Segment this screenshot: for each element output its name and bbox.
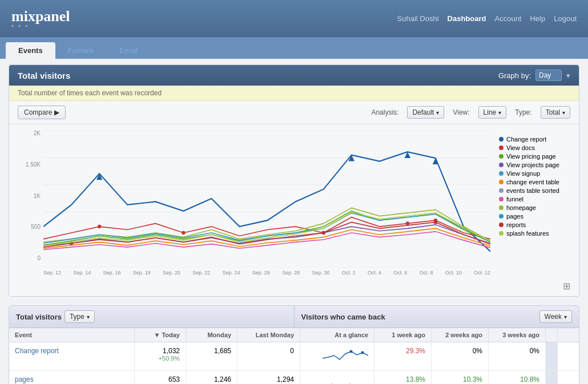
today-change-report: 1,032 +50.9% — [135, 342, 186, 370]
tab-funnels[interactable]: Funnels — [55, 42, 107, 59]
compare-button[interactable]: Compare ▶ — [18, 106, 66, 119]
svg-marker-9 — [433, 158, 438, 164]
last-monday-pages: 1,294 +25.8% — [237, 371, 300, 384]
monday-change-report: 1,685 — [186, 342, 237, 370]
type-select-button[interactable]: Type — [65, 310, 95, 323]
table-row: pages 653 +26.3% 1,246 −3.7% 1,294 +25.8… — [9, 371, 579, 384]
x-label-oct2: Oct. 2 — [342, 270, 356, 276]
week3-change-report: 0% — [489, 342, 546, 370]
col-header-3-weeks-ago: 3 weeks ago — [489, 328, 546, 342]
legend-view-projects: View projects page — [499, 161, 570, 168]
legend-dot-reports — [499, 223, 504, 227]
chart-info-text: Total number of times each event was rec… — [9, 86, 579, 101]
col-header-today[interactable]: ▼ Today — [135, 328, 186, 342]
x-label-oct6: Oct. 6 — [393, 270, 407, 276]
tab-email[interactable]: Email — [107, 42, 151, 59]
tabs-bar: Events Funnels Email — [0, 37, 588, 59]
x-label-sep18: Sep. 18 — [133, 270, 151, 276]
svg-point-16 — [322, 231, 325, 235]
x-label-sep24: Sep. 24 — [223, 270, 240, 276]
svg-point-17 — [434, 220, 437, 224]
week-select-button[interactable]: Week — [539, 310, 572, 323]
nav-help[interactable]: Help — [530, 14, 545, 23]
view-dropdown[interactable]: Line — [478, 106, 507, 119]
svg-point-11 — [182, 231, 185, 235]
week1-pages: 13.8% — [374, 371, 432, 384]
nav-account[interactable]: Account — [495, 14, 522, 23]
user-name: Suhail Doshi — [397, 14, 439, 23]
chart-title: Total visitors — [18, 71, 70, 80]
monday-pages: 1,246 −3.7% — [186, 371, 237, 384]
table-right-header: Visitors who came back Week — [295, 306, 579, 328]
x-label-sep30: Sep. 30 — [312, 270, 329, 276]
x-label-sep14: Sep. 14 — [73, 270, 91, 276]
legend-view-pricing: View pricing page — [499, 153, 570, 160]
x-label-oct10: Oct. 10 — [445, 270, 462, 276]
y-axis-150k: 1.50K — [18, 161, 41, 168]
main-content: Total visitors Graph by: Day Week Month … — [0, 59, 588, 384]
col-header-2-weeks-ago: 2 weeks ago — [432, 328, 489, 342]
legend-view-docs: View docs — [499, 144, 570, 151]
legend-dot-change-report — [499, 137, 504, 142]
header: mixpanel • • • Suhail Doshi Dashboard Ac… — [0, 0, 588, 37]
x-label-oct12: Oct. 12 — [474, 270, 490, 276]
visitors-came-back-label: Visitors who came back — [301, 313, 385, 321]
legend-events-table-sorted: events table sorted — [499, 187, 570, 194]
graph-by-select[interactable]: Day Week Month — [535, 70, 562, 81]
total-visitors-label: Total visitors — [16, 313, 62, 321]
tab-events[interactable]: Events — [6, 42, 55, 59]
sparkline-change-report — [323, 347, 368, 364]
x-label-sep12: Sep. 12 — [43, 270, 61, 276]
last-monday-change-report: 0 — [237, 342, 300, 370]
chart-legend: Change report View docs View pricing pag… — [490, 130, 570, 273]
nav-links: Suhail Doshi Dashboard Account Help Logo… — [397, 14, 577, 23]
col-header-scroll — [546, 328, 558, 342]
table-header-row: Total visitors Type Visitors who came ba… — [9, 306, 579, 328]
legend-dot-splash-features — [499, 231, 504, 236]
col-header-last-monday: Last Monday — [237, 328, 300, 342]
event-link-change-report[interactable]: Change report — [15, 347, 59, 355]
logo: mixpanel • • • — [11, 8, 70, 29]
legend-dot-homepage — [499, 205, 504, 210]
at-a-glance-change-report — [300, 342, 374, 370]
svg-point-18 — [350, 350, 353, 353]
x-label-sep20: Sep. 20 — [163, 270, 180, 276]
event-name-pages: pages — [9, 371, 135, 384]
data-table: Total visitors Type Visitors who came ba… — [9, 305, 579, 384]
sparkline-pages — [323, 375, 368, 384]
view-label: View: — [453, 108, 469, 116]
table-row: Change report 1,032 +50.9% 1,685 0 29.3%… — [9, 342, 579, 371]
y-axis-500: 500 — [18, 224, 41, 230]
legend-splash-features: splash features — [499, 230, 570, 237]
export-icon[interactable]: ⊞ — [563, 281, 570, 291]
nav-logout[interactable]: Logout — [554, 14, 577, 23]
x-label-oct8: Oct. 8 — [419, 270, 433, 276]
at-a-glance-pages — [300, 371, 374, 384]
table-left-header: Total visitors Type — [9, 306, 295, 328]
graph-by-label: Graph by: — [498, 71, 531, 80]
scroll-change-report — [546, 342, 558, 370]
today-pages: 653 +26.3% — [135, 371, 186, 384]
legend-change-report: Change report — [499, 136, 570, 143]
legend-dot-events-table-sorted — [499, 188, 504, 193]
chart-section: Total visitors Graph by: Day Week Month … — [9, 64, 579, 297]
type-dropdown[interactable]: Total — [541, 106, 570, 119]
nav-dashboard[interactable]: Dashboard — [448, 14, 486, 23]
week3-pages: 10.8% — [489, 371, 546, 384]
legend-homepage: homepage — [499, 204, 570, 211]
legend-funnel: funnel — [499, 196, 570, 203]
chart-header: Total visitors Graph by: Day Week Month … — [9, 65, 579, 86]
chart-controls: Compare ▶ Analysis: Default View: Line T… — [9, 101, 579, 124]
week1-change-report: 29.3% — [374, 342, 432, 370]
analysis-dropdown[interactable]: Default — [407, 106, 444, 119]
col-header-monday: Monday — [186, 328, 237, 342]
legend-dot-view-pricing — [499, 154, 504, 159]
event-link-pages[interactable]: pages — [15, 375, 34, 383]
legend-dot-view-docs — [499, 145, 504, 150]
legend-dot-view-signup — [499, 171, 504, 176]
col-header-at-a-glance: At a glance — [300, 328, 374, 342]
legend-dot-view-projects — [499, 163, 504, 167]
legend-dot-change-event-table — [499, 180, 504, 184]
y-axis-0: 0 — [18, 255, 41, 261]
x-label-oct4: Oct. 4 — [368, 270, 381, 276]
